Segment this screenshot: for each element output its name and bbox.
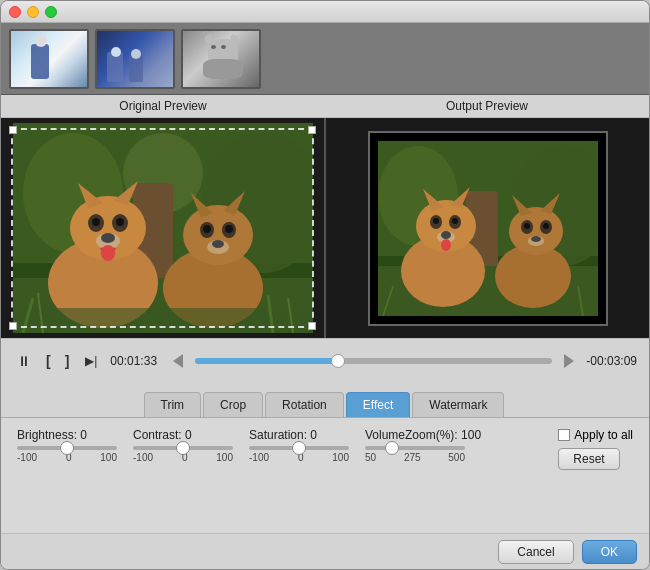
volumezoom-range-labels: 50 275 500 xyxy=(365,452,465,463)
bottom-bar: Cancel OK xyxy=(1,533,649,569)
preview-labels-row: Original Preview Output Preview xyxy=(1,95,649,118)
tab-watermark[interactable]: Watermark xyxy=(412,392,504,417)
ok-button[interactable]: OK xyxy=(582,540,637,564)
scrub-thumb[interactable] xyxy=(331,354,345,368)
svg-point-14 xyxy=(116,218,124,226)
mark-out-button[interactable]: ] xyxy=(62,351,73,371)
tabs-row: Trim Crop Rotation Effect Watermark xyxy=(1,382,649,418)
maximize-button[interactable] xyxy=(45,6,57,18)
output-preview-label: Output Preview xyxy=(325,95,649,117)
remaining-time: -00:03:09 xyxy=(582,354,637,368)
contrast-label: Contrast: 0 xyxy=(133,428,192,442)
original-preview-label: Original Preview xyxy=(1,95,325,117)
apply-to-all-label: Apply to all xyxy=(574,428,633,442)
saturation-track[interactable] xyxy=(249,446,349,450)
svg-point-19 xyxy=(183,205,253,265)
volumezoom-track[interactable] xyxy=(365,446,465,450)
scrub-left-arrow[interactable] xyxy=(173,354,183,368)
apply-reset-column: Apply to all Reset xyxy=(558,428,633,470)
svg-point-49 xyxy=(441,239,451,251)
svg-point-13 xyxy=(92,218,100,226)
main-window: Original Preview Output Preview xyxy=(0,0,650,570)
brightness-label: Brightness: 0 xyxy=(17,428,87,442)
svg-point-45 xyxy=(433,218,439,224)
volumezoom-slider-group: VolumeZoom(%): 100 50 275 500 xyxy=(365,428,481,463)
playback-bar: ⏸ [ ] ▶| 00:01:33 -00:03:09 xyxy=(1,338,649,382)
apply-to-all-row: Apply to all xyxy=(558,428,633,442)
volumezoom-knob[interactable] xyxy=(385,441,399,455)
preview-areas xyxy=(1,118,649,338)
thumbnail-2[interactable] xyxy=(95,29,175,89)
volumezoom-label: VolumeZoom(%): 100 xyxy=(365,428,481,442)
output-wolf-scene xyxy=(378,141,598,316)
contrast-track[interactable] xyxy=(133,446,233,450)
contrast-slider-group: Contrast: 0 -100 0 100 xyxy=(133,428,233,463)
step-forward-button[interactable]: ▶| xyxy=(80,350,102,372)
svg-point-51 xyxy=(509,207,563,255)
tab-rotation[interactable]: Rotation xyxy=(265,392,344,417)
saturation-label: Saturation: 0 xyxy=(249,428,317,442)
title-bar xyxy=(1,1,649,23)
thumbnail-strip xyxy=(1,23,649,95)
svg-point-27 xyxy=(212,240,224,248)
saturation-knob[interactable] xyxy=(292,441,306,455)
svg-point-25 xyxy=(225,225,233,233)
thumbnail-3[interactable] xyxy=(181,29,261,89)
tab-crop[interactable]: Crop xyxy=(203,392,263,417)
brightness-slider-group: Brightness: 0 -100 0 100 xyxy=(17,428,117,463)
thumbnail-1[interactable] xyxy=(9,29,89,89)
scrub-right-arrow[interactable] xyxy=(564,354,574,368)
cancel-button[interactable]: Cancel xyxy=(498,540,573,564)
minimize-button[interactable] xyxy=(27,6,39,18)
svg-point-16 xyxy=(101,233,115,243)
contrast-knob[interactable] xyxy=(176,441,190,455)
svg-point-56 xyxy=(524,223,530,229)
output-preview xyxy=(326,118,649,338)
svg-point-57 xyxy=(543,223,549,229)
reset-button[interactable]: Reset xyxy=(558,448,619,470)
svg-point-17 xyxy=(101,245,115,261)
pause-button[interactable]: ⏸ xyxy=(13,350,35,372)
svg-point-59 xyxy=(531,236,541,242)
controls-area: Brightness: 0 -100 0 100 Contrast: 0 -10… xyxy=(1,418,649,533)
brightness-track[interactable] xyxy=(17,446,117,450)
svg-point-48 xyxy=(441,231,451,239)
tab-effect[interactable]: Effect xyxy=(346,392,410,417)
svg-point-24 xyxy=(203,225,211,233)
apply-to-all-checkbox[interactable] xyxy=(558,429,570,441)
saturation-slider-group: Saturation: 0 -100 0 100 xyxy=(249,428,349,463)
current-time: 00:01:33 xyxy=(110,354,165,368)
svg-point-46 xyxy=(452,218,458,224)
scrub-track[interactable] xyxy=(195,358,552,364)
original-preview xyxy=(1,118,326,338)
sliders-row: Brightness: 0 -100 0 100 Contrast: 0 -10… xyxy=(17,428,633,470)
close-button[interactable] xyxy=(9,6,21,18)
original-wolf-scene xyxy=(13,123,313,333)
svg-rect-28 xyxy=(13,308,313,333)
mark-in-button[interactable]: [ xyxy=(43,351,54,371)
tab-trim[interactable]: Trim xyxy=(144,392,202,417)
brightness-knob[interactable] xyxy=(60,441,74,455)
